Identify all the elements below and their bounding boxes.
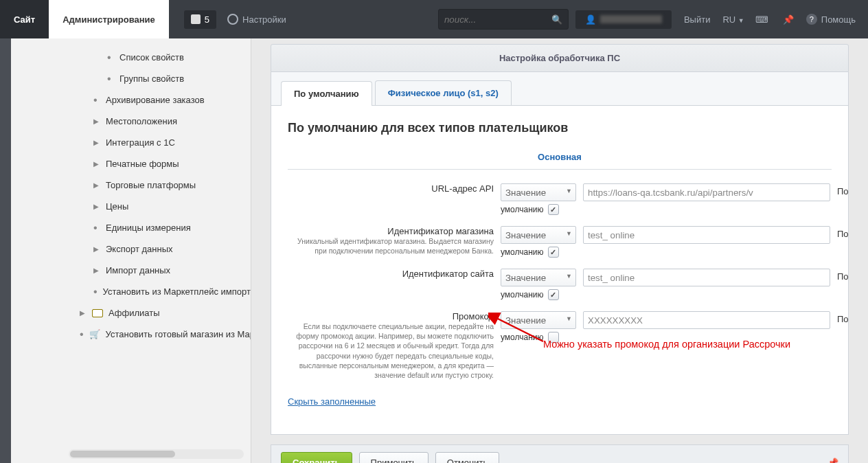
sidebar: •Список свойств•Группы свойств•Архивиров… [11,38,251,463]
sidebar-item-label: Цены [106,201,128,212]
sidebar-item[interactable]: ▶Экспорт данных [11,238,251,260]
topbar: Сайт Администрирование 5 Настройки 🔍 👤 В… [0,0,868,38]
chevron-right-icon: ▶ [93,203,100,210]
chevron-right-icon: ▶ [93,139,100,146]
sidebar-item[interactable]: ▶Печатные формы [11,153,251,174]
sidebar-item-label: Импорт данных [106,265,170,275]
default-label: умолчанию [501,247,544,257]
help-link[interactable]: ? Помощь [806,14,856,25]
chevron-right-icon: ▶ [80,309,87,317]
svg-line-1 [496,318,543,341]
sidebar-item[interactable]: •Список свойств [11,47,251,68]
value-input[interactable] [583,183,830,201]
field-label: Идентификатор магазина [288,226,494,236]
value-input[interactable] [583,269,830,286]
panel-header: Настройка обработчика ПС [271,44,849,72]
value-input[interactable] [583,226,830,244]
bullet-icon: • [80,331,84,338]
sidebar-item[interactable]: ▶Аффилиаты [11,302,251,324]
cart-icon: 🛒 [89,329,100,339]
sidebar-item-label: Архивирование заказов [106,95,205,105]
panel-body: По умолчанию для всех типов плательщиков… [271,106,849,435]
sidebar-item-label: Интеграция с 1С [106,137,175,148]
notification-count: 5 [205,14,209,25]
sidebar-item[interactable]: •Группы свойств [11,68,251,89]
sidebar-item[interactable]: ▶Местоположения [11,111,251,132]
search-input[interactable] [444,14,551,25]
default-label: умолчанию [501,205,544,214]
sidebar-item-label: Установить готовый магазин из Маркетплей… [106,329,251,339]
default-checkbox[interactable] [548,247,559,258]
chevron-right-icon: ▶ [93,245,100,253]
bullet-icon: • [93,225,100,232]
value-select[interactable]: Значение [501,183,576,201]
sidebar-item[interactable]: •🛒Установить готовый магазин из Маркетпл… [11,324,251,345]
value-select[interactable]: Значение [501,269,576,286]
language-selector[interactable]: RU ▼ [722,14,744,25]
content: Настройка обработчика ПС По умолчаниюФиз… [251,38,868,463]
default-checkbox[interactable] [548,289,559,300]
sidebar-item-label: Печатные формы [106,159,179,169]
default-checkbox[interactable] [548,204,559,215]
sidebar-scrollbar[interactable] [69,449,244,459]
gear-icon [227,14,238,25]
keyboard-icon[interactable]: ⌨ [754,11,770,27]
sidebar-item[interactable]: ▶Интеграция с 1С [11,132,251,153]
search-icon[interactable]: 🔍 [551,14,562,25]
bullet-icon: • [93,289,98,295]
user-chip[interactable]: 👤 [575,10,672,29]
tabs-row: По умолчаниюФизическое лицо (s1, s2) [271,72,849,106]
tab-admin[interactable]: Администрирование [49,0,169,38]
sidebar-item[interactable]: •Установить из Маркетплейс импорт/экспор… [11,281,251,302]
bullet-icon: • [107,54,114,61]
pin-icon[interactable]: 📌 [780,11,797,27]
field-hint: Уникальный идентификатор магазина. Выдае… [288,236,494,256]
apply-button[interactable]: Применить [359,452,429,463]
value-select[interactable]: Значение [501,226,576,244]
field-hint: Если вы подключаете специальные акции, п… [288,321,494,380]
default-label: умолчанию [501,290,544,300]
sidebar-item-label: Местоположения [106,116,177,126]
sidebar-item[interactable]: ▶Импорт данных [11,260,251,281]
bullet-icon: • [93,97,100,104]
cancel-button[interactable]: Отменить [435,452,499,463]
sidebar-item[interactable]: •Единицы измерения [11,217,251,238]
bullet-icon: • [107,76,114,82]
sidebar-item-label: Список свойств [119,52,184,63]
sidebar-item-label: Группы свойств [119,74,184,84]
form-row: Идентификатор магазинаУникальный идентиф… [288,222,832,264]
sidebar-item[interactable]: ▶Торговые платформы [11,174,251,196]
tab[interactable]: Физическое лицо (s1, s2) [375,80,512,105]
save-button[interactable]: Сохранить [281,452,352,463]
section-title: Основная [288,145,832,170]
sidebar-item-label: Аффилиаты [108,308,160,318]
field-label: URL-адрес API [288,183,494,194]
sidebar-item-label: Торговые платформы [106,180,196,190]
settings-link[interactable]: Настройки [227,14,286,25]
sidebar-item[interactable]: ▶Цены [11,196,251,217]
chevron-right-icon: ▶ [93,117,100,125]
side-rail [0,38,11,463]
notification-badge[interactable]: 5 [184,10,216,29]
tab[interactable]: По умолчанию [281,81,372,106]
hide-filled-link[interactable]: Скрыть заполненные [288,396,376,407]
tab-site[interactable]: Сайт [0,0,49,38]
logout-link[interactable]: Выйти [684,14,711,25]
notification-icon [191,14,201,24]
form-row: Идентификатор сайтаЗначениеумолчанию По [288,264,832,307]
default-prefix: По [837,311,865,324]
chevron-right-icon: ▶ [93,267,100,274]
field-label: Идентификатор сайта [288,269,494,279]
field-label: Промокод [288,311,494,321]
sidebar-item-label: Экспорт данных [106,244,172,254]
annotation-arrow-icon [488,313,550,347]
sidebar-item-label: Единицы измерения [106,223,191,233]
action-pin-icon[interactable]: 📌 [827,458,838,463]
value-input[interactable] [583,311,830,329]
search-box[interactable]: 🔍 [438,9,569,30]
help-icon: ? [806,14,817,25]
action-bar: Сохранить Применить Отменить 📌 [271,444,849,463]
sidebar-item[interactable]: •Архивирование заказов [11,89,251,111]
panel-title: По умолчанию для всех типов плательщиков [288,121,832,135]
default-prefix: По [837,226,865,239]
